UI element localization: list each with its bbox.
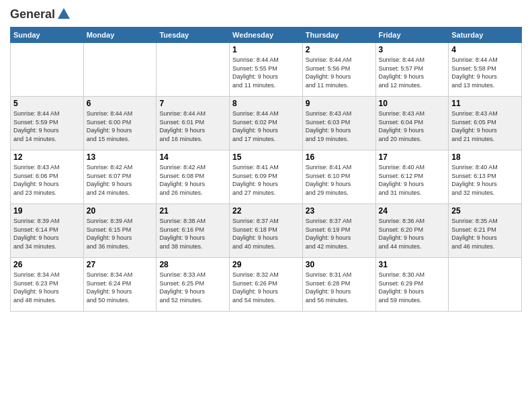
- calendar-cell: 11Sunrise: 8:43 AM Sunset: 6:05 PM Dayli…: [449, 97, 522, 150]
- day-info: Sunrise: 8:40 AM Sunset: 6:12 PM Dayligh…: [379, 163, 446, 197]
- day-info: Sunrise: 8:39 AM Sunset: 6:15 PM Dayligh…: [87, 217, 154, 250]
- day-info: Sunrise: 8:32 AM Sunset: 6:26 PM Dayligh…: [232, 271, 300, 304]
- weekday-thursday: Thursday: [302, 28, 375, 43]
- day-number: 28: [159, 260, 226, 269]
- day-number: 12: [13, 152, 81, 162]
- calendar-cell: 7Sunrise: 8:44 AM Sunset: 6:01 PM Daylig…: [157, 97, 230, 150]
- day-info: Sunrise: 8:30 AM Sunset: 6:29 PM Dayligh…: [379, 271, 446, 304]
- day-number: 11: [451, 99, 519, 108]
- day-info: Sunrise: 8:43 AM Sunset: 6:04 PM Dayligh…: [379, 109, 446, 143]
- day-info: Sunrise: 8:41 AM Sunset: 6:10 PM Dayligh…: [306, 163, 373, 197]
- day-number: 17: [379, 152, 446, 162]
- calendar-week-5: 26Sunrise: 8:34 AM Sunset: 6:23 PM Dayli…: [11, 258, 522, 312]
- page-container: General SundayMondayTuesdayWednesdayThur…: [0, 0, 532, 318]
- day-number: 13: [87, 152, 154, 162]
- day-number: 16: [306, 152, 373, 162]
- calendar-cell: 20Sunrise: 8:39 AM Sunset: 6:15 PM Dayli…: [83, 204, 157, 258]
- calendar-cell: 25Sunrise: 8:35 AM Sunset: 6:21 PM Dayli…: [449, 204, 522, 258]
- day-number: 23: [306, 206, 373, 216]
- day-info: Sunrise: 8:44 AM Sunset: 6:00 PM Dayligh…: [87, 109, 154, 143]
- calendar-cell: [83, 43, 157, 97]
- day-number: 1: [232, 45, 300, 54]
- calendar-cell: 22Sunrise: 8:37 AM Sunset: 6:18 PM Dayli…: [230, 204, 303, 258]
- calendar-cell: 27Sunrise: 8:34 AM Sunset: 6:24 PM Dayli…: [83, 258, 157, 312]
- calendar-cell: 3Sunrise: 8:44 AM Sunset: 5:57 PM Daylig…: [375, 43, 449, 97]
- calendar-cell: 18Sunrise: 8:40 AM Sunset: 6:13 PM Dayli…: [449, 150, 522, 204]
- calendar-cell: 1Sunrise: 8:44 AM Sunset: 5:55 PM Daylig…: [230, 43, 303, 97]
- weekday-saturday: Saturday: [449, 28, 522, 43]
- weekday-tuesday: Tuesday: [157, 28, 230, 43]
- header-area: General: [10, 7, 522, 21]
- day-info: Sunrise: 8:44 AM Sunset: 6:02 PM Dayligh…: [232, 109, 300, 143]
- calendar-week-3: 12Sunrise: 8:43 AM Sunset: 6:06 PM Dayli…: [11, 150, 522, 204]
- weekday-header-row: SundayMondayTuesdayWednesdayThursdayFrid…: [11, 28, 522, 43]
- day-info: Sunrise: 8:37 AM Sunset: 6:18 PM Dayligh…: [232, 217, 300, 250]
- weekday-friday: Friday: [375, 28, 449, 43]
- calendar-cell: 29Sunrise: 8:32 AM Sunset: 6:26 PM Dayli…: [230, 258, 303, 312]
- calendar-cell: 10Sunrise: 8:43 AM Sunset: 6:04 PM Dayli…: [375, 97, 449, 150]
- day-number: 31: [379, 260, 446, 269]
- day-number: 21: [159, 206, 226, 216]
- svg-marker-0: [58, 8, 70, 19]
- day-number: 27: [87, 260, 154, 269]
- day-info: Sunrise: 8:42 AM Sunset: 6:07 PM Dayligh…: [87, 163, 154, 197]
- day-number: 22: [232, 206, 300, 216]
- calendar-cell: 23Sunrise: 8:37 AM Sunset: 6:19 PM Dayli…: [302, 204, 375, 258]
- day-info: Sunrise: 8:42 AM Sunset: 6:08 PM Dayligh…: [159, 163, 226, 197]
- calendar-cell: 19Sunrise: 8:39 AM Sunset: 6:14 PM Dayli…: [11, 204, 84, 258]
- logo: General: [10, 7, 73, 21]
- weekday-monday: Monday: [83, 28, 157, 43]
- calendar-cell: 15Sunrise: 8:41 AM Sunset: 6:09 PM Dayli…: [230, 150, 303, 204]
- calendar-cell: 28Sunrise: 8:33 AM Sunset: 6:25 PM Dayli…: [157, 258, 230, 312]
- calendar-cell: 8Sunrise: 8:44 AM Sunset: 6:02 PM Daylig…: [230, 97, 303, 150]
- calendar-cell: 12Sunrise: 8:43 AM Sunset: 6:06 PM Dayli…: [11, 150, 84, 204]
- day-number: 24: [379, 206, 446, 216]
- day-info: Sunrise: 8:44 AM Sunset: 5:58 PM Dayligh…: [451, 56, 519, 89]
- calendar-cell: [11, 43, 84, 97]
- day-number: 3: [379, 45, 446, 54]
- day-number: 19: [13, 206, 81, 216]
- day-number: 10: [379, 99, 446, 108]
- day-info: Sunrise: 8:43 AM Sunset: 6:05 PM Dayligh…: [451, 109, 519, 143]
- day-info: Sunrise: 8:44 AM Sunset: 6:01 PM Dayligh…: [159, 109, 226, 143]
- calendar-cell: 4Sunrise: 8:44 AM Sunset: 5:58 PM Daylig…: [449, 43, 522, 97]
- calendar-cell: 24Sunrise: 8:36 AM Sunset: 6:20 PM Dayli…: [375, 204, 449, 258]
- day-info: Sunrise: 8:31 AM Sunset: 6:28 PM Dayligh…: [306, 271, 373, 304]
- day-number: 7: [159, 99, 226, 108]
- calendar-table: SundayMondayTuesdayWednesdayThursdayFrid…: [10, 27, 522, 312]
- calendar-cell: 17Sunrise: 8:40 AM Sunset: 6:12 PM Dayli…: [375, 150, 449, 204]
- day-number: 29: [232, 260, 300, 269]
- day-info: Sunrise: 8:36 AM Sunset: 6:20 PM Dayligh…: [379, 217, 446, 250]
- calendar-week-1: 1Sunrise: 8:44 AM Sunset: 5:55 PM Daylig…: [11, 43, 522, 97]
- day-info: Sunrise: 8:38 AM Sunset: 6:16 PM Dayligh…: [159, 217, 226, 250]
- day-number: 18: [451, 152, 519, 162]
- calendar-cell: 13Sunrise: 8:42 AM Sunset: 6:07 PM Dayli…: [83, 150, 157, 204]
- logo-icon: [56, 7, 71, 21]
- day-number: 30: [306, 260, 373, 269]
- day-info: Sunrise: 8:34 AM Sunset: 6:24 PM Dayligh…: [87, 271, 154, 304]
- calendar-cell: 16Sunrise: 8:41 AM Sunset: 6:10 PM Dayli…: [302, 150, 375, 204]
- day-number: 15: [232, 152, 300, 162]
- weekday-wednesday: Wednesday: [230, 28, 303, 43]
- day-info: Sunrise: 8:44 AM Sunset: 5:55 PM Dayligh…: [232, 56, 300, 89]
- day-number: 5: [13, 99, 81, 108]
- day-number: 2: [306, 45, 373, 54]
- calendar-cell: 2Sunrise: 8:44 AM Sunset: 5:56 PM Daylig…: [302, 43, 375, 97]
- calendar-cell: 26Sunrise: 8:34 AM Sunset: 6:23 PM Dayli…: [11, 258, 84, 312]
- calendar-cell: 31Sunrise: 8:30 AM Sunset: 6:29 PM Dayli…: [375, 258, 449, 312]
- calendar-cell: [449, 258, 522, 312]
- day-number: 6: [87, 99, 154, 108]
- day-info: Sunrise: 8:44 AM Sunset: 5:59 PM Dayligh…: [13, 109, 81, 143]
- day-info: Sunrise: 8:44 AM Sunset: 5:56 PM Dayligh…: [306, 56, 373, 89]
- calendar-cell: [157, 43, 230, 97]
- day-number: 9: [306, 99, 373, 108]
- day-number: 14: [159, 152, 226, 162]
- calendar-cell: 6Sunrise: 8:44 AM Sunset: 6:00 PM Daylig…: [83, 97, 157, 150]
- calendar-week-2: 5Sunrise: 8:44 AM Sunset: 5:59 PM Daylig…: [11, 97, 522, 150]
- day-info: Sunrise: 8:37 AM Sunset: 6:19 PM Dayligh…: [306, 217, 373, 250]
- calendar-cell: 21Sunrise: 8:38 AM Sunset: 6:16 PM Dayli…: [157, 204, 230, 258]
- day-number: 8: [232, 99, 300, 108]
- day-number: 20: [87, 206, 154, 216]
- day-info: Sunrise: 8:34 AM Sunset: 6:23 PM Dayligh…: [13, 271, 81, 304]
- day-info: Sunrise: 8:39 AM Sunset: 6:14 PM Dayligh…: [13, 217, 81, 250]
